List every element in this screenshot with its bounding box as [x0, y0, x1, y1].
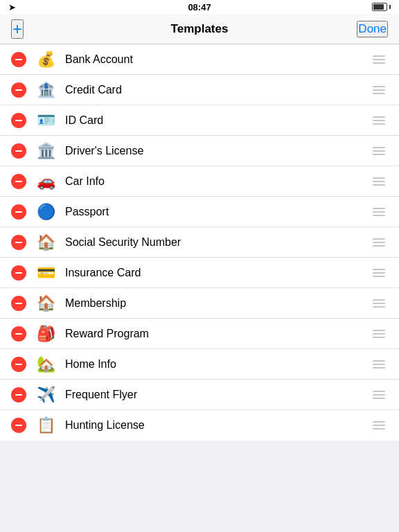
delete-button[interactable]: [11, 174, 26, 189]
list-item[interactable]: 🚗 Car Info: [0, 166, 399, 197]
delete-button[interactable]: [11, 326, 26, 342]
item-icon: 🔵: [35, 201, 57, 223]
drag-handle[interactable]: [370, 418, 388, 432]
time-display: 08:47: [188, 2, 211, 12]
drag-handle[interactable]: [370, 266, 388, 280]
item-label: Insurance Card: [65, 267, 370, 279]
drag-handle[interactable]: [370, 205, 388, 219]
delete-button[interactable]: [11, 357, 26, 372]
delete-button[interactable]: [11, 204, 26, 220]
list-item[interactable]: 💰 Bank Account: [0, 44, 399, 75]
add-button[interactable]: +: [11, 19, 24, 39]
item-icon: 🎒: [35, 323, 57, 345]
battery-body: [372, 3, 387, 11]
item-icon: 💰: [35, 48, 57, 71]
item-label: Frequent Flyer: [65, 389, 370, 401]
delete-button[interactable]: [11, 235, 26, 250]
item-label: Credit Card: [65, 84, 370, 96]
delete-button[interactable]: [11, 387, 26, 402]
signal-icon: ➤: [8, 2, 16, 12]
drag-handle[interactable]: [370, 144, 388, 158]
list-item[interactable]: 🏡 Home Info: [0, 349, 399, 380]
drag-handle[interactable]: [370, 236, 388, 249]
delete-button[interactable]: [11, 143, 26, 159]
list-item[interactable]: ✈️ Frequent Flyer: [0, 380, 399, 410]
delete-button[interactable]: [11, 52, 26, 67]
item-label: Driver's License: [65, 145, 370, 157]
item-label: ID Card: [65, 114, 370, 127]
nav-bar: + Templates Done: [0, 14, 399, 44]
list-item[interactable]: 🪪 ID Card: [0, 105, 399, 136]
delete-button[interactable]: [11, 265, 26, 281]
templates-list: 💰 Bank Account 🏦 Credit Card 🪪 ID Card 🏛…: [0, 44, 399, 441]
drag-handle[interactable]: [370, 83, 388, 97]
delete-button[interactable]: [11, 418, 26, 433]
drag-handle[interactable]: [370, 114, 388, 127]
item-label: Reward Program: [65, 328, 370, 340]
item-icon: 🪪: [35, 109, 57, 132]
item-icon: ✈️: [35, 384, 57, 406]
list-item[interactable]: 🏠 Social Security Number: [0, 227, 399, 258]
drag-handle[interactable]: [370, 53, 388, 66]
status-bar: ➤ 08:47: [0, 0, 399, 14]
list-item[interactable]: 🔵 Passport: [0, 197, 399, 227]
done-button[interactable]: Done: [357, 21, 388, 37]
battery-fill: [373, 4, 384, 10]
list-item[interactable]: 🏦 Credit Card: [0, 75, 399, 105]
item-label: Social Security Number: [65, 236, 370, 249]
item-label: Bank Account: [65, 53, 370, 66]
item-icon: 🏡: [35, 353, 57, 375]
item-icon: 🏛️: [35, 140, 57, 162]
list-item[interactable]: 🏠 Membership: [0, 288, 399, 319]
item-label: Car Info: [65, 175, 370, 188]
item-label: Passport: [65, 206, 370, 218]
item-icon: 💳: [35, 262, 57, 284]
item-icon: 📋: [35, 414, 57, 436]
item-icon: 🏠: [35, 231, 57, 254]
item-icon: 🚗: [35, 170, 57, 193]
drag-handle[interactable]: [370, 327, 388, 341]
drag-handle[interactable]: [370, 296, 388, 310]
list-item[interactable]: 🎒 Reward Program: [0, 319, 399, 349]
nav-title: Templates: [171, 22, 229, 36]
drag-handle[interactable]: [370, 175, 388, 188]
item-label: Membership: [65, 297, 370, 310]
list-item[interactable]: 🏛️ Driver's License: [0, 136, 399, 166]
item-icon: 🏦: [35, 79, 57, 101]
list-item[interactable]: 📋 Hunting License: [0, 410, 399, 441]
delete-button[interactable]: [11, 113, 26, 128]
item-label: Hunting License: [65, 419, 370, 432]
drag-handle[interactable]: [370, 388, 388, 402]
battery-indicator: [372, 3, 391, 11]
bottom-area: [0, 441, 399, 532]
delete-button[interactable]: [11, 82, 26, 98]
list-item[interactable]: 💳 Insurance Card: [0, 258, 399, 288]
item-icon: 🏠: [35, 292, 57, 314]
item-label: Home Info: [65, 358, 370, 371]
battery-tip: [389, 5, 391, 9]
delete-button[interactable]: [11, 296, 26, 311]
drag-handle[interactable]: [370, 357, 388, 371]
